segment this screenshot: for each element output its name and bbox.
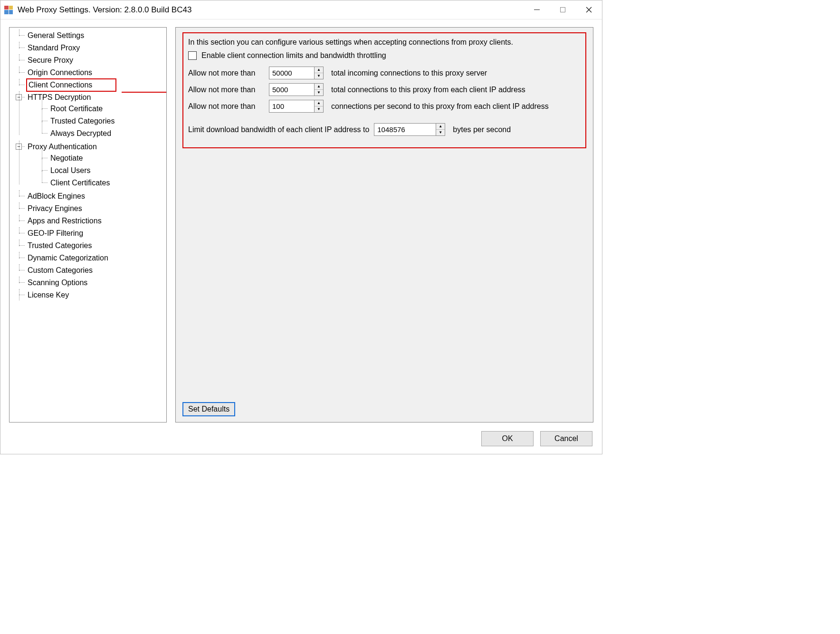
tree-item[interactable]: Root Certificate [37, 103, 166, 115]
tree-item[interactable]: AdBlock Engines [14, 190, 166, 202]
bandwidth-limit-down[interactable]: ▼ [436, 130, 445, 135]
tree-item[interactable]: Trusted Categories [14, 240, 166, 252]
tree-item[interactable]: Standard Proxy [14, 42, 166, 54]
total-connections-input[interactable] [269, 67, 314, 79]
set-defaults-button[interactable]: Set Defaults [182, 402, 235, 416]
tree-item-label: Always Decrypted [50, 129, 111, 137]
client-connections-section: In this section you can configure variou… [182, 32, 586, 148]
tree-item[interactable]: Origin Connections [14, 67, 166, 79]
titlebar: Web Proxy Settings. Version: 2.8.0.0 Bui… [0, 0, 602, 19]
dialog-footer: OK Cancel [0, 426, 602, 454]
per-ip-rate-down[interactable]: ▼ [315, 106, 323, 112]
ok-button[interactable]: OK [481, 431, 534, 446]
tree-item-label: Origin Connections [28, 68, 92, 77]
window-title: Web Proxy Settings. Version: 2.8.0.0 Bui… [18, 5, 524, 15]
tree-item[interactable]: Dynamic Categorization [14, 252, 166, 264]
tree-item[interactable]: Custom Categories [14, 264, 166, 277]
bandwidth-limit-input[interactable] [374, 123, 436, 136]
tree-item-label: Standard Proxy [28, 44, 80, 52]
tree-item-label: License Key [28, 291, 69, 299]
per-ip-rate-prelabel: Allow not more than [188, 102, 264, 111]
per-ip-connections-postlabel: total connections to this proxy from eac… [331, 86, 525, 94]
close-button[interactable] [576, 0, 602, 19]
proxy-settings-window: Web Proxy Settings. Version: 2.8.0.0 Bui… [0, 0, 602, 454]
tree-item[interactable]: Always Decrypted [37, 127, 166, 140]
tree-item-label: Client Connections [28, 80, 115, 90]
per-ip-rate-postlabel: connections per second to this proxy fro… [331, 102, 549, 111]
tree-item-label: General Settings [28, 31, 84, 39]
tree-item-label: Proxy Authentication [28, 143, 97, 151]
section-description: In this section you can configure variou… [188, 38, 581, 47]
tree-item-label: Trusted Categories [50, 117, 115, 125]
per-ip-rate-up[interactable]: ▲ [315, 100, 323, 106]
cancel-button[interactable]: Cancel [540, 431, 592, 446]
per-ip-connections-down[interactable]: ▼ [315, 90, 323, 96]
tree-item-label: Trusted Categories [28, 241, 92, 250]
tree-item[interactable]: −HTTPS DecryptionRoot CertificateTrusted… [14, 91, 166, 141]
total-connections-prelabel: Allow not more than [188, 69, 264, 77]
per-ip-connections-prelabel: Allow not more than [188, 86, 264, 94]
tree-item[interactable]: GEO-IP Filtering [14, 227, 166, 240]
tree-item[interactable]: Negotiate [37, 152, 166, 164]
total-connections-up[interactable]: ▲ [315, 67, 323, 73]
bandwidth-limit-postlabel: bytes per second [453, 125, 511, 134]
per-ip-connections-up[interactable]: ▲ [315, 84, 323, 90]
tree-item-label: Privacy Engines [28, 204, 82, 212]
per-ip-rate-input[interactable] [269, 100, 314, 113]
body-area: General SettingsStandard ProxySecure Pro… [0, 19, 602, 426]
tree-item-label: Secure Proxy [28, 56, 73, 64]
content-panel: In this section you can configure variou… [175, 27, 593, 423]
tree-item-label: Apps and Restrictions [28, 217, 102, 225]
tree-item[interactable]: Client Connections [14, 79, 166, 91]
per-ip-connections-input[interactable] [269, 83, 314, 96]
tree-expander[interactable]: − [16, 144, 22, 150]
tree-item-label: AdBlock Engines [28, 192, 85, 200]
tree-item-label: Client Certificates [50, 179, 110, 187]
tree-item[interactable]: Apps and Restrictions [14, 215, 166, 227]
tree-item-label: Scanning Options [28, 279, 87, 287]
enable-limits-checkbox[interactable] [188, 51, 197, 60]
settings-tree[interactable]: General SettingsStandard ProxySecure Pro… [9, 27, 167, 423]
tree-item[interactable]: −Proxy AuthenticationNegotiateLocal User… [14, 141, 166, 190]
tree-item-label: Root Certificate [50, 105, 103, 113]
tree-item[interactable]: Trusted Categories [37, 115, 166, 127]
tree-item[interactable]: Scanning Options [14, 277, 166, 289]
tree-item-label: Local Users [50, 166, 90, 174]
tree-item-label: GEO-IP Filtering [28, 229, 83, 237]
bandwidth-limit-prelabel: Limit download bandwidth of each client … [188, 125, 369, 134]
enable-limits-label: Enable client connection limits and band… [201, 51, 386, 60]
tree-expander[interactable]: − [16, 94, 22, 100]
app-icon [4, 6, 13, 14]
window-controls [524, 0, 602, 19]
tree-item-label: HTTPS Decryption [28, 93, 91, 101]
bandwidth-limit-up[interactable]: ▲ [436, 124, 445, 130]
tree-item[interactable]: General Settings [14, 29, 166, 42]
tree-item-label: Negotiate [50, 154, 83, 162]
total-connections-postlabel: total incoming connections to this proxy… [331, 69, 487, 77]
tree-item[interactable]: Client Certificates [37, 177, 166, 189]
tree-item-label: Dynamic Categorization [28, 254, 108, 262]
tree-item-label: Custom Categories [28, 266, 93, 274]
total-connections-down[interactable]: ▼ [315, 73, 323, 79]
tree-item[interactable]: Local Users [37, 164, 166, 177]
minimize-button[interactable] [524, 0, 550, 19]
maximize-button[interactable] [550, 0, 576, 19]
tree-item[interactable]: Privacy Engines [14, 202, 166, 215]
highlight-connector [122, 92, 167, 93]
tree-item[interactable]: Secure Proxy [14, 54, 166, 67]
tree-item[interactable]: License Key [14, 289, 166, 301]
